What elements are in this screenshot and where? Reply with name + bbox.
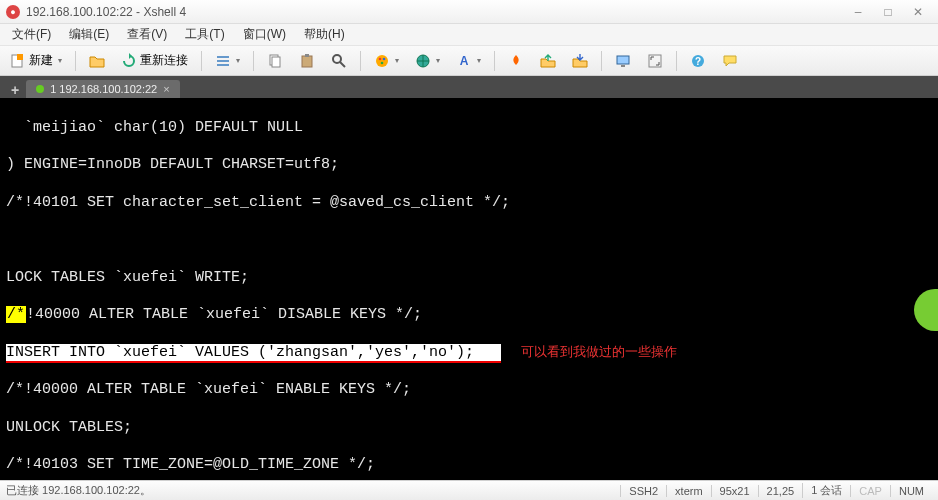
open-button[interactable] bbox=[83, 50, 111, 72]
terminal-line: `meijiao` char(10) DEFAULT NULL bbox=[6, 119, 932, 138]
menubar: 文件(F) 编辑(E) 查看(V) 工具(T) 窗口(W) 帮助(H) bbox=[0, 24, 938, 46]
terminal[interactable]: `meijiao` char(10) DEFAULT NULL ) ENGINE… bbox=[0, 98, 938, 480]
status-dot-icon bbox=[36, 85, 44, 93]
svg-point-11 bbox=[376, 55, 388, 67]
script-button[interactable] bbox=[502, 50, 530, 72]
highlight-yellow: /* bbox=[6, 306, 26, 323]
svg-rect-6 bbox=[272, 57, 280, 67]
svg-point-9 bbox=[333, 55, 341, 63]
close-tab-icon[interactable]: × bbox=[163, 83, 169, 95]
svg-point-13 bbox=[383, 57, 386, 60]
toolbar-separator bbox=[201, 51, 202, 71]
toolbar: 新建 ▾ 重新连接 ▾ ▾ ▾ A▾ ? bbox=[0, 46, 938, 76]
reconnect-button[interactable]: 重新连接 bbox=[115, 50, 194, 72]
chevron-down-icon: ▾ bbox=[477, 56, 481, 65]
copy-icon bbox=[267, 53, 283, 69]
chevron-down-icon: ▾ bbox=[58, 56, 62, 65]
menu-view[interactable]: 查看(V) bbox=[119, 24, 175, 45]
help-icon: ? bbox=[690, 53, 706, 69]
svg-line-10 bbox=[340, 62, 345, 67]
svg-point-14 bbox=[381, 61, 384, 64]
chat-button[interactable] bbox=[716, 50, 744, 72]
status-numlock: NUM bbox=[890, 485, 932, 497]
screen-button[interactable] bbox=[609, 50, 637, 72]
toolbar-separator bbox=[253, 51, 254, 71]
maximize-button[interactable]: □ bbox=[874, 3, 902, 21]
menu-tools[interactable]: 工具(T) bbox=[177, 24, 232, 45]
status-sessions: 1 会话 bbox=[802, 483, 850, 498]
close-button[interactable]: ✕ bbox=[904, 3, 932, 21]
status-size: 95x21 bbox=[711, 485, 758, 497]
annotation-text: 可以看到我做过的一些操作 bbox=[521, 344, 677, 359]
folder-icon bbox=[89, 53, 105, 69]
font-button[interactable]: A▾ bbox=[450, 50, 487, 72]
svg-text:?: ? bbox=[695, 56, 701, 67]
titlebar: ● 192.168.100.102:22 - Xshell 4 – □ ✕ bbox=[0, 0, 938, 24]
copy-button[interactable] bbox=[261, 50, 289, 72]
color-button[interactable]: ▾ bbox=[368, 50, 405, 72]
find-button[interactable] bbox=[325, 50, 353, 72]
properties-button[interactable]: ▾ bbox=[209, 50, 246, 72]
toolbar-separator bbox=[601, 51, 602, 71]
menu-help[interactable]: 帮助(H) bbox=[296, 24, 353, 45]
menu-file[interactable]: 文件(F) bbox=[4, 24, 59, 45]
fullscreen-button[interactable] bbox=[641, 50, 669, 72]
paste-button[interactable] bbox=[293, 50, 321, 72]
terminal-line: /*!40103 SET TIME_ZONE=@OLD_TIME_ZONE */… bbox=[6, 456, 932, 475]
app-icon: ● bbox=[6, 5, 20, 19]
help-button[interactable]: ? bbox=[684, 50, 712, 72]
tabbar: + 1 192.168.100.102:22 × bbox=[0, 76, 938, 98]
paste-icon bbox=[299, 53, 315, 69]
status-protocol: SSH2 bbox=[620, 485, 666, 497]
window-controls: – □ ✕ bbox=[844, 3, 932, 21]
highlight-insert: INSERT INTO `xuefei` VALUES ('zhangsan',… bbox=[6, 344, 474, 363]
download-button[interactable] bbox=[566, 50, 594, 72]
svg-rect-8 bbox=[305, 54, 309, 57]
toolbar-separator bbox=[676, 51, 677, 71]
svg-rect-16 bbox=[617, 56, 629, 64]
menu-edit[interactable]: 编辑(E) bbox=[61, 24, 117, 45]
list-icon bbox=[215, 53, 231, 69]
flame-icon bbox=[508, 53, 524, 69]
new-file-icon bbox=[10, 53, 26, 69]
toolbar-separator bbox=[494, 51, 495, 71]
new-button[interactable]: 新建 ▾ bbox=[4, 50, 68, 72]
new-tab-button[interactable]: + bbox=[4, 82, 26, 98]
menu-window[interactable]: 窗口(W) bbox=[235, 24, 294, 45]
download-folder-icon bbox=[572, 53, 588, 69]
reconnect-label: 重新连接 bbox=[140, 52, 188, 69]
svg-rect-7 bbox=[302, 56, 312, 67]
svg-rect-17 bbox=[621, 65, 625, 67]
terminal-line: /*!40101 SET character_set_client = @sav… bbox=[6, 194, 932, 213]
search-icon bbox=[331, 53, 347, 69]
status-termtype: xterm bbox=[666, 485, 711, 497]
globe-icon bbox=[415, 53, 431, 69]
monitor-icon bbox=[615, 53, 631, 69]
font-icon: A bbox=[456, 53, 472, 69]
chevron-down-icon: ▾ bbox=[395, 56, 399, 65]
side-badge[interactable] bbox=[914, 289, 938, 331]
session-tab[interactable]: 1 192.168.100.102:22 × bbox=[26, 80, 179, 98]
palette-icon bbox=[374, 53, 390, 69]
status-capslock: CAP bbox=[850, 485, 890, 497]
encoding-button[interactable]: ▾ bbox=[409, 50, 446, 72]
terminal-line: /*!40000 ALTER TABLE `xuefei` DISABLE KE… bbox=[6, 306, 932, 325]
svg-rect-3 bbox=[217, 60, 229, 62]
statusbar: 已连接 192.168.100.102:22。 SSH2 xterm 95x21… bbox=[0, 480, 938, 500]
status-cursor-pos: 21,25 bbox=[758, 485, 803, 497]
upload-button[interactable] bbox=[534, 50, 562, 72]
terminal-line: ) ENGINE=InnoDB DEFAULT CHARSET=utf8; bbox=[6, 156, 932, 175]
svg-point-12 bbox=[379, 57, 382, 60]
toolbar-separator bbox=[75, 51, 76, 71]
status-connection: 已连接 192.168.100.102:22。 bbox=[6, 483, 620, 498]
reconnect-icon bbox=[121, 53, 137, 69]
svg-rect-1 bbox=[17, 54, 23, 60]
bubble-icon bbox=[722, 53, 738, 69]
terminal-text: !40000 ALTER TABLE `xuefei` DISABLE KEYS… bbox=[26, 306, 422, 323]
window-title: 192.168.100.102:22 - Xshell 4 bbox=[26, 5, 844, 19]
svg-rect-2 bbox=[217, 56, 229, 58]
toolbar-separator bbox=[360, 51, 361, 71]
terminal-line: INSERT INTO `xuefei` VALUES ('zhangsan',… bbox=[6, 344, 932, 363]
minimize-button[interactable]: – bbox=[844, 3, 872, 21]
terminal-line: UNLOCK TABLES; bbox=[6, 419, 932, 438]
